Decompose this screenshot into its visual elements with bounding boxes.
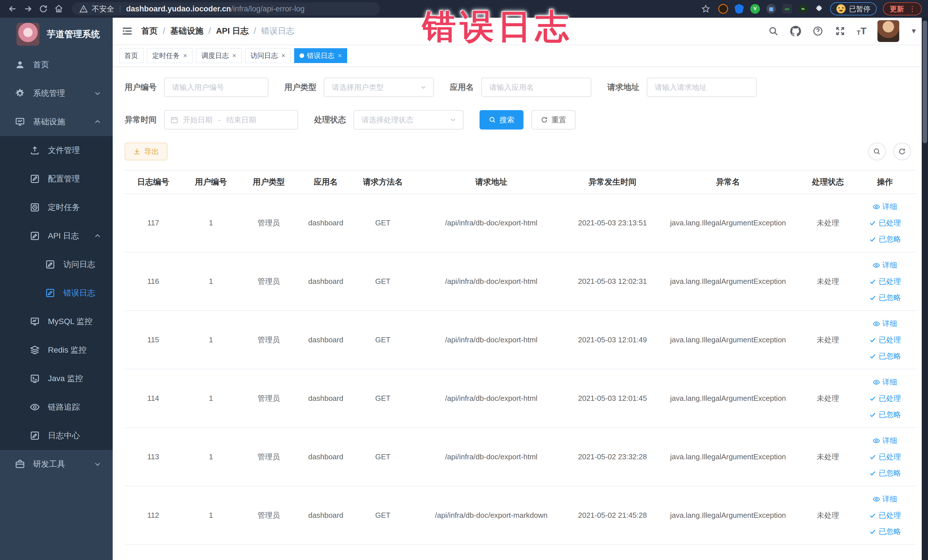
- home-icon[interactable]: [52, 3, 65, 15]
- action-ignored-link[interactable]: 已忽略: [869, 351, 901, 361]
- app-logo-row[interactable]: 芋道管理系统: [0, 18, 113, 50]
- action-detail-link[interactable]: 详细: [873, 202, 897, 212]
- breadcrumb-item[interactable]: 基础设施: [170, 25, 203, 37]
- bookmark-star-icon[interactable]: [699, 3, 712, 15]
- toggle-search-button[interactable]: [868, 143, 886, 160]
- user-id-input[interactable]: [164, 78, 269, 97]
- help-icon[interactable]: [812, 25, 824, 37]
- app-title: 芋道管理系统: [47, 28, 100, 40]
- address-divider: [120, 5, 121, 12]
- action-ignored-link[interactable]: 已忽略: [869, 526, 901, 537]
- sidebar-item-label: 基础设施: [33, 116, 65, 127]
- action-processed-link[interactable]: 已处理: [869, 510, 901, 520]
- hamburger-icon[interactable]: [121, 25, 133, 37]
- tab-job-log[interactable]: 调度日志×: [196, 48, 242, 63]
- ext-grid-icon[interactable]: ▦: [766, 4, 776, 14]
- check-icon: [869, 395, 876, 402]
- date-range-picker[interactable]: 开始日期 - 结束日期: [164, 110, 298, 130]
- ext-leaf-icon[interactable]: ❧: [798, 4, 808, 14]
- sidebar-item-api-log[interactable]: API 日志: [0, 222, 113, 250]
- sidebar-item-label: 研发工具: [33, 459, 65, 470]
- address-bar[interactable]: 不安全 dashboard.yudao.iocoder.cn/infra/log…: [72, 2, 380, 15]
- action-detail-link[interactable]: 详细: [873, 377, 897, 387]
- search-icon: [489, 116, 496, 124]
- sidebar-item-devtools[interactable]: 研发工具: [0, 450, 113, 478]
- sidebar-item-file[interactable]: 文件管理: [0, 136, 113, 165]
- close-icon[interactable]: ×: [232, 52, 236, 60]
- sidebar-item-job[interactable]: 定时任务: [0, 193, 113, 222]
- table-cell: java.lang.IllegalArgumentException: [654, 486, 802, 545]
- table-cell: 管理员: [240, 428, 297, 486]
- sidebar-item-infra[interactable]: 基础设施: [0, 108, 113, 136]
- sidebar-item-home[interactable]: 首页: [0, 50, 113, 79]
- action-ignored-link[interactable]: 已忽略: [869, 234, 901, 244]
- browser-menu-dots-icon[interactable]: ⋮: [908, 5, 916, 14]
- table-cell: 管理员: [240, 252, 297, 311]
- app-name-input[interactable]: [481, 78, 591, 97]
- table-cell: 113: [125, 428, 182, 486]
- fullscreen-icon[interactable]: [835, 25, 846, 37]
- action-ignored-link[interactable]: 已忽略: [869, 410, 901, 420]
- table-row: 1141管理员dashboardGET/api/infra/db-doc/exp…: [125, 369, 916, 428]
- ext-v-green-icon[interactable]: V: [750, 4, 760, 14]
- user-avatar[interactable]: [877, 20, 899, 42]
- profile-paused-badge[interactable]: 已暂停: [830, 2, 877, 15]
- breadcrumb-item[interactable]: 首页: [141, 25, 158, 37]
- page-scrollbar[interactable]: [922, 18, 928, 560]
- tab-home[interactable]: 首页: [119, 48, 143, 63]
- reset-button[interactable]: 重置: [531, 110, 575, 130]
- scrollbar-thumb[interactable]: [923, 21, 927, 143]
- action-processed-link[interactable]: 已处理: [869, 276, 901, 287]
- search-icon[interactable]: [768, 25, 779, 37]
- breadcrumb: 首页/基础设施/API 日志/错误日志: [141, 25, 295, 37]
- action-processed-link[interactable]: 已处理: [869, 394, 901, 403]
- sidebar-item-trace[interactable]: 链路追踪: [0, 393, 113, 421]
- ext-orange-icon[interactable]: [718, 4, 728, 14]
- github-icon[interactable]: [790, 25, 801, 37]
- sidebar-item-log-center[interactable]: 日志中心: [0, 421, 113, 450]
- action-detail-link[interactable]: 详细: [873, 436, 897, 446]
- ext-shield-icon[interactable]: [734, 4, 744, 14]
- table-cell: 2021-05-03 23:13:51: [571, 194, 654, 252]
- action-ignored-link[interactable]: 已忽略: [869, 293, 901, 303]
- sidebar-item-redis[interactable]: Redis 监控: [0, 336, 113, 364]
- font-size-icon[interactable]: TT: [857, 25, 866, 37]
- sidebar-item-error-log[interactable]: 错误日志: [0, 279, 113, 307]
- sidebar-item-java[interactable]: Java 监控: [0, 364, 113, 393]
- action-detail-link[interactable]: 详细: [873, 260, 897, 270]
- close-icon[interactable]: ×: [281, 52, 285, 60]
- user-type-select[interactable]: 请选择用户类型: [324, 78, 434, 97]
- tab-api-error[interactable]: 错误日志×: [294, 48, 347, 63]
- export-button[interactable]: 导出: [125, 143, 168, 160]
- action-detail-link[interactable]: 详细: [873, 319, 897, 329]
- close-icon[interactable]: ×: [183, 52, 187, 60]
- chevron-down-icon[interactable]: ▼: [910, 27, 917, 35]
- request-url-input[interactable]: [647, 78, 757, 97]
- action-processed-link[interactable]: 已处理: [869, 218, 901, 228]
- tab-api-access[interactable]: 访问日志×: [245, 48, 291, 63]
- process-status-select[interactable]: 请选择处理状态: [353, 110, 464, 130]
- back-icon[interactable]: [6, 3, 19, 15]
- forward-icon[interactable]: [22, 3, 34, 15]
- search-button[interactable]: 搜索: [479, 110, 524, 130]
- action-detail-link[interactable]: 详细: [873, 494, 897, 504]
- action-processed-link[interactable]: 已处理: [869, 452, 901, 462]
- ext-on-badge-icon[interactable]: on: [782, 4, 792, 14]
- check-icon: [869, 528, 876, 536]
- close-icon[interactable]: ×: [338, 52, 342, 60]
- refresh-table-button[interactable]: [893, 143, 911, 160]
- extensions-puzzle-icon[interactable]: [814, 4, 824, 14]
- sidebar-item-mysql[interactable]: MySQL 监控: [0, 307, 113, 336]
- action-processed-link[interactable]: 已处理: [869, 335, 901, 345]
- page-content: 用户编号 用户类型 请选择用户类型 应用名: [113, 67, 928, 560]
- sidebar-item-label: 首页: [33, 60, 49, 70]
- sidebar-item-config[interactable]: 配置管理: [0, 165, 113, 193]
- sidebar-item-system[interactable]: 系统管理: [0, 79, 113, 108]
- action-ignored-link[interactable]: 已忽略: [869, 468, 901, 478]
- chrome-update-button[interactable]: 更新 ⋮: [883, 2, 922, 15]
- security-warning-icon[interactable]: [79, 5, 88, 13]
- tab-job[interactable]: 定时任务×: [147, 48, 192, 63]
- sidebar-item-access-log[interactable]: 访问日志: [0, 250, 113, 279]
- breadcrumb-item[interactable]: API 日志: [216, 25, 249, 37]
- reload-icon[interactable]: [37, 3, 50, 15]
